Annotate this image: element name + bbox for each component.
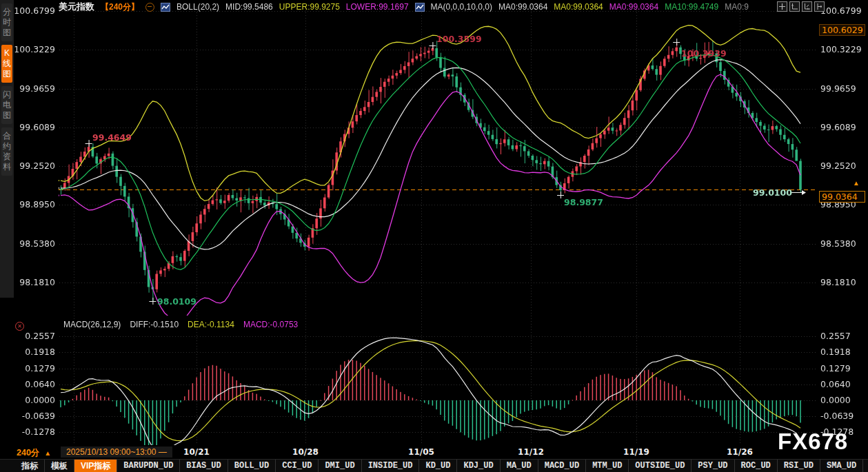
indicator-tab-bar: 指标模板VIP指标BARUPDN_UDBIAS_UDBOLL_UDCCI_UDD… (0, 459, 868, 472)
indicator-tab-macd_ud[interactable]: MACD_UD (538, 460, 586, 472)
scroll-to-latest-icon[interactable]: ▲ (853, 179, 860, 187)
price-annotation: 100.3939 (681, 48, 727, 59)
indicator-tab-[interactable]: 指标 (15, 460, 45, 472)
macd-axis-label-left: -0.1278 (11, 427, 55, 437)
indicator-tab-barupdn_ud[interactable]: BARUPDN_UD (117, 460, 180, 472)
macd-diff-value: DIFF:-0.1510 (130, 320, 179, 329)
ma-value-1: MA0:99.0364 (554, 2, 603, 12)
main-axis-label-left: 98.5380 (11, 238, 55, 249)
x-axis-date-label: 11/19 (623, 447, 649, 457)
main-axis-label-left: 98.8950 (11, 199, 55, 209)
ma-values: MA0:99.0364MA0:99.0364MA0:99.0364MA10:99… (498, 2, 749, 12)
macd-macd-value: MACD:-0.0753 (243, 320, 298, 329)
macd-axis-label-right: 0.2557 (820, 331, 851, 341)
indicator-tab-kdj_ud[interactable]: KDJ_UD (457, 460, 500, 472)
indicator-tab-inside_ud[interactable]: INSIDE_UD (362, 460, 420, 472)
chart-toolbar (777, 1, 825, 12)
indicator-tab-cci_ud[interactable]: CCI_UD (276, 460, 319, 472)
sidebar-item-time-chart[interactable]: 分 时 图 (1, 3, 12, 41)
boll-indicator-icon[interactable] (161, 3, 170, 12)
macd-axis-label-left: 0.2557 (11, 331, 55, 341)
x-axis-date-label: 11/05 (408, 447, 434, 457)
indicator-tab-sma_ud[interactable]: SMA_UD (820, 460, 863, 472)
macd-axis-label-right: -0.0639 (820, 411, 854, 421)
macd-header: MACD(26,12,9) DIFF:-0.1510 DEA:-0.1134 M… (63, 320, 298, 329)
price-annotation: 99.4649 (92, 132, 132, 143)
ma-value-0: MA0:99.0364 (498, 2, 547, 12)
watermark: FX678 (778, 429, 848, 455)
period-dropdown-icon: ▲ (44, 449, 51, 457)
price-annotation: 100.3599 (436, 34, 482, 44)
main-axis-label-left: 98.1810 (11, 277, 55, 287)
fit-vertical-axis-icon[interactable] (789, 1, 800, 12)
macd-params: MACD(26,12,9) (63, 320, 121, 329)
indicator-tab-dmi_ud[interactable]: DMI_UD (319, 460, 361, 472)
fit-horizontal-axis-icon[interactable] (802, 1, 812, 12)
ma-value-4: MA0:9 (725, 2, 749, 12)
x-axis-date-label: 11/12 (518, 447, 544, 457)
x-axis-bar: 240分 ▲ 2025/10/13 09:00~13:00 — 10/2110/… (0, 447, 868, 459)
sidebar-item-candlestick-chart[interactable]: K 线 图 (1, 45, 12, 83)
indicator-tab-bias_ud[interactable]: BIAS_UD (180, 460, 228, 472)
main-axis-label-right: 98.5380 (820, 238, 856, 249)
symbol-label: 美元指数 (59, 1, 94, 13)
indicator-tab-rsi_ud[interactable]: RSI_UD (778, 460, 820, 472)
main-axis-label-left: 99.6089 (11, 122, 55, 132)
period-label: 【240分】 (101, 1, 139, 13)
sidebar: 分 时 图K 线 图闪 电 图合 约 资 料 (0, 0, 14, 298)
x-axis-date-label: 11/26 (727, 447, 753, 457)
main-axis-label-right: 98.1810 (820, 277, 856, 287)
ma-value-3: MA10:99.4749 (665, 2, 718, 12)
main-axis-label-left: 100.6799 (11, 6, 55, 16)
period-selector[interactable]: 240分 ▲ (17, 447, 51, 459)
main-axis-label-right: 100.6799 (820, 6, 862, 16)
session-range[interactable]: 2025/10/13 09:00~13:00 — (61, 447, 172, 458)
sidebar-item-lightning-chart[interactable]: 闪 电 图 (1, 86, 12, 124)
indicator-tab-roc_ud[interactable]: ROC_UD (735, 460, 778, 472)
indicator-tab-ma_ud[interactable]: MA_UD (501, 460, 538, 472)
indicator-tab-mtm_ud[interactable]: MTM_UD (586, 460, 629, 472)
ma-value-2: MA0:99.0364 (609, 2, 658, 12)
boll-mid-value: MID:99.5486 (225, 2, 273, 12)
ma-params: MA(0,0,0,10,0,0) (431, 2, 492, 12)
current-price-marker: 99.0364 (819, 191, 865, 203)
indicator-tab-psy_ud[interactable]: PSY_UD (692, 460, 734, 472)
boll-lower-value: LOWER:99.1697 (346, 2, 409, 12)
macd-axis-label-left: 0.0640 (11, 379, 55, 389)
indicator-tab-kd_ud[interactable]: KD_UD (419, 460, 457, 472)
boll-params: BOLL(20,2) (176, 2, 219, 12)
shift-right-icon[interactable] (814, 1, 825, 12)
macd-dea-value: DEA:-0.1134 (188, 320, 234, 329)
chart-header: 美元指数 【240分】 BOLL(20,2) MID:99.5486 UPPER… (59, 1, 749, 13)
main-axis-label-right: 99.2520 (820, 161, 856, 171)
indicator-tab-outside_ud[interactable]: OUTSIDE_UD (629, 460, 692, 472)
sidebar-item-contract-info[interactable]: 合 约 资 料 (1, 127, 12, 176)
price-annotation: 98.9877 (564, 197, 603, 207)
indicator-tab-[interactable]: 模板 (45, 460, 74, 472)
macd-axis-label-left: 0.1279 (11, 363, 55, 373)
main-axis-label-right: 100.3229 (820, 44, 862, 54)
move-icon[interactable] (777, 1, 787, 12)
indicator-tab->>[interactable]: >> (863, 460, 868, 472)
macd-axis-label-left: 0.1918 (11, 347, 55, 357)
main-axis-label-left: 99.2520 (11, 161, 55, 171)
macd-axis-label-right: 0.0000 (820, 395, 851, 405)
macd-axis-label-right: 0.1918 (820, 347, 851, 357)
boll-upper-value: UPPER:99.9275 (279, 2, 340, 12)
macd-axis-label-right: 0.1279 (820, 363, 851, 373)
collapse-indicator-icon[interactable] (145, 3, 154, 12)
period-text: 240分 (17, 447, 39, 459)
indicator-tab-vip[interactable]: VIP指标 (74, 460, 117, 472)
price-annotation: 98.0109 (157, 296, 196, 307)
main-axis-label-right: 99.9659 (820, 83, 856, 94)
price-annotation: 99.0100 (753, 187, 792, 198)
chart-canvas[interactable] (0, 0, 868, 447)
macd-axis-label-left: 0.0000 (11, 395, 55, 405)
x-axis-date-label: 10/28 (292, 447, 319, 457)
ma-indicator-icon[interactable] (415, 3, 425, 12)
macd-axis-label-left: -0.0639 (11, 411, 55, 421)
macd-settings-icon[interactable]: ✕ (15, 322, 24, 331)
main-axis-label-left: 99.9659 (11, 83, 55, 94)
x-axis-date-label: 10/21 (183, 447, 210, 457)
indicator-tab-boll_ud[interactable]: BOLL_UD (228, 460, 276, 472)
